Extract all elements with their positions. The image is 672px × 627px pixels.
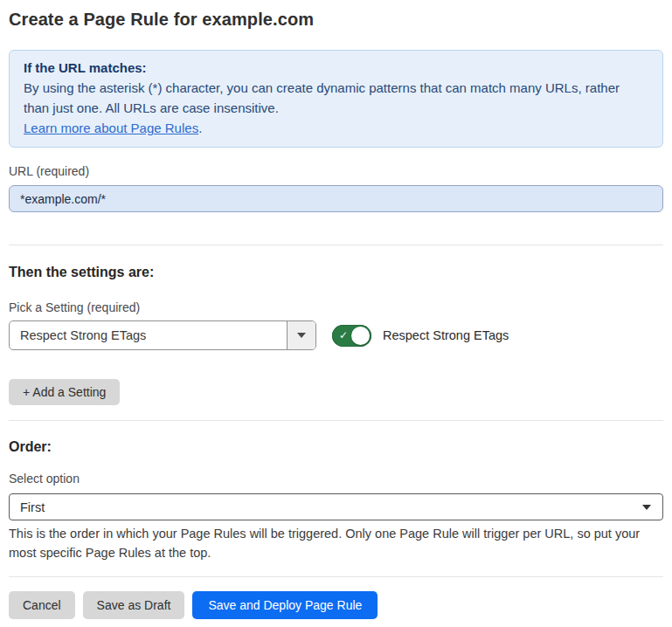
order-dropdown-value: First <box>20 500 45 514</box>
setting-dropdown[interactable]: Respect Strong ETags <box>9 320 316 350</box>
chevron-down-icon <box>642 505 651 510</box>
save-as-draft-button[interactable]: Save as Draft <box>83 591 185 619</box>
action-button-row: Cancel Save as Draft Save and Deploy Pag… <box>9 591 663 619</box>
setting-toggle[interactable]: ✓ <box>332 325 371 347</box>
toggle-knob <box>351 327 370 345</box>
section-divider <box>9 576 663 577</box>
order-select-label: Select option <box>9 472 663 486</box>
page-title: Create a Page Rule for example.com <box>9 8 663 31</box>
setting-row: Respect Strong ETags ✓ Respect Strong ET… <box>9 320 663 350</box>
settings-section-heading: Then the settings are: <box>9 264 663 280</box>
info-box-body-text: By using the asterisk (*) character, you… <box>24 80 620 115</box>
section-divider <box>9 420 663 421</box>
info-box-heading: If the URL matches: <box>24 58 648 78</box>
create-page-rule-panel: Create a Page Rule for example.com If th… <box>0 8 672 627</box>
info-box-body: By using the asterisk (*) character, you… <box>24 78 648 118</box>
url-field-label: URL (required) <box>9 164 663 179</box>
section-divider <box>9 245 663 245</box>
url-match-info-box: If the URL matches: By using the asteris… <box>9 50 663 148</box>
url-input[interactable] <box>9 185 663 212</box>
link-period: . <box>198 121 202 135</box>
pick-setting-label: Pick a Setting (required) <box>9 300 663 315</box>
save-and-deploy-button[interactable]: Save and Deploy Page Rule <box>192 591 378 619</box>
add-setting-button[interactable]: + Add a Setting <box>9 379 120 405</box>
setting-dropdown-value: Respect Strong ETags <box>10 321 287 349</box>
order-help-text: This is the order in which your Page Rul… <box>9 525 663 562</box>
order-dropdown[interactable]: First <box>9 493 663 520</box>
info-box-link-line: Learn more about Page Rules. <box>24 118 648 138</box>
check-icon: ✓ <box>339 328 348 342</box>
cancel-button[interactable]: Cancel <box>9 591 75 619</box>
setting-dropdown-arrow-button[interactable] <box>287 321 315 349</box>
setting-toggle-label: Respect Strong ETags <box>383 328 509 342</box>
order-section-heading: Order: <box>9 438 663 455</box>
learn-more-link[interactable]: Learn more about Page Rules <box>24 121 198 135</box>
chevron-down-icon <box>297 333 306 338</box>
